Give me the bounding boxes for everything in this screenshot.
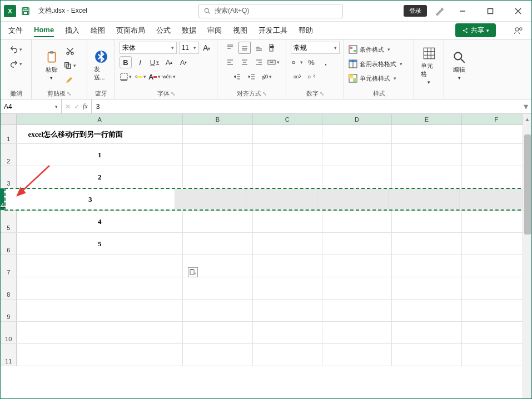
cell[interactable]: [253, 344, 322, 366]
decrease-decimal-icon[interactable]: .0: [305, 71, 317, 83]
cell[interactable]: [462, 125, 531, 143]
cell[interactable]: [462, 322, 531, 343]
row-header[interactable]: 9: [1, 300, 17, 321]
paste-button[interactable]: 粘贴▾: [42, 49, 61, 82]
cell[interactable]: [253, 322, 322, 343]
tab-page-layout[interactable]: 页面布局: [116, 23, 145, 38]
cell[interactable]: [253, 144, 322, 166]
scroll-up-icon[interactable]: ▲: [523, 114, 531, 122]
cell[interactable]: [322, 211, 392, 232]
percent-button[interactable]: %: [305, 56, 317, 68]
border-button[interactable]: [120, 71, 132, 83]
tab-view[interactable]: 视图: [233, 23, 247, 38]
col-header-F[interactable]: F: [462, 114, 531, 124]
row-header[interactable]: 5: [1, 211, 17, 232]
spreadsheet-grid[interactable]: A B C D E F 1excel怎么移动行到另一行前面21324354657…: [1, 114, 531, 398]
tab-file[interactable]: 文件: [8, 23, 23, 38]
search-input[interactable]: 搜索(Alt+Q): [198, 4, 343, 18]
cell[interactable]: [462, 255, 531, 277]
cell[interactable]: [389, 189, 460, 210]
row-header[interactable]: 6: [1, 233, 17, 255]
editing-button[interactable]: 编辑▾: [450, 49, 469, 82]
cell[interactable]: [392, 322, 461, 343]
row-header[interactable]: 3: [1, 166, 17, 188]
save-icon[interactable]: [21, 6, 31, 16]
cell[interactable]: [183, 322, 252, 343]
bluetooth-send-button[interactable]: 发送...: [92, 48, 111, 83]
phonetic-button[interactable]: wén: [163, 71, 175, 83]
cancel-icon[interactable]: ✕: [65, 103, 71, 111]
col-header-D[interactable]: D: [322, 114, 392, 124]
name-box[interactable]: A4▾: [1, 99, 62, 113]
scrollbar-thumb[interactable]: [524, 134, 531, 235]
row-header[interactable]: 1: [1, 125, 17, 143]
vertical-scrollbar[interactable]: ▲: [523, 114, 531, 398]
tab-insert[interactable]: 插入: [65, 23, 79, 38]
fx-icon[interactable]: fx: [83, 102, 88, 111]
share-button[interactable]: 共享▾: [455, 23, 496, 37]
increase-font2-icon[interactable]: A▴: [163, 56, 175, 68]
cell[interactable]: [17, 300, 183, 321]
comments-icon[interactable]: [514, 26, 524, 36]
col-header-B[interactable]: B: [183, 114, 252, 124]
cell[interactable]: [322, 255, 392, 277]
cell-styles-button[interactable]: 单元格样式: [349, 73, 396, 84]
conditional-format-button[interactable]: 条件格式: [349, 44, 390, 55]
cell[interactable]: [253, 125, 322, 143]
decrease-font-icon[interactable]: A▾: [177, 56, 190, 68]
col-header-A[interactable]: A: [17, 114, 183, 124]
format-painter-button[interactable]: [63, 74, 77, 86]
cell[interactable]: [253, 255, 322, 277]
cell[interactable]: [462, 144, 531, 166]
cell[interactable]: [317, 189, 389, 210]
bold-button[interactable]: B: [120, 56, 132, 68]
tab-help[interactable]: 帮助: [299, 23, 313, 38]
merge-button[interactable]: [267, 56, 280, 68]
cell[interactable]: [462, 233, 531, 255]
cell[interactable]: [253, 233, 322, 255]
cell[interactable]: [183, 144, 252, 166]
formula-input[interactable]: 3: [92, 99, 520, 113]
cell[interactable]: [253, 277, 322, 299]
increase-font-icon[interactable]: A▴: [201, 42, 212, 54]
cell[interactable]: [183, 344, 252, 366]
comma-button[interactable]: ,: [320, 56, 332, 68]
increase-decimal-icon[interactable]: .00: [291, 71, 303, 83]
cell[interactable]: [392, 144, 461, 166]
close-button[interactable]: [508, 3, 528, 19]
cell[interactable]: [322, 277, 392, 299]
cell[interactable]: [322, 322, 392, 343]
paste-options-icon[interactable]: +: [188, 267, 198, 277]
decrease-indent-icon[interactable]: [231, 71, 243, 83]
font-size-select[interactable]: 11▾: [179, 42, 199, 54]
tab-formulas[interactable]: 公式: [156, 23, 171, 38]
cell[interactable]: [183, 125, 252, 143]
cell[interactable]: [17, 255, 183, 277]
cell[interactable]: [17, 344, 183, 366]
align-left-icon[interactable]: [224, 56, 236, 68]
align-bottom-icon[interactable]: [253, 42, 265, 54]
align-right-icon[interactable]: [253, 56, 265, 68]
cell[interactable]: [392, 344, 461, 366]
fill-color-button[interactable]: [134, 71, 146, 83]
row-header[interactable]: 11: [1, 344, 17, 366]
redo-button[interactable]: [9, 58, 23, 69]
cell[interactable]: [392, 277, 461, 299]
cells-button[interactable]: 单元格▾: [419, 45, 439, 86]
cell[interactable]: [462, 344, 531, 366]
format-as-table-button[interactable]: 套用表格格式: [349, 58, 402, 69]
enter-icon[interactable]: ✓: [74, 103, 79, 111]
minimize-button[interactable]: [453, 3, 473, 19]
cell[interactable]: [183, 277, 252, 299]
col-header-E[interactable]: E: [392, 114, 461, 124]
cell[interactable]: [246, 189, 317, 210]
font-launcher-icon[interactable]: ⤡: [171, 91, 175, 97]
italic-button[interactable]: I: [134, 56, 146, 68]
cell[interactable]: [392, 233, 461, 255]
col-header-C[interactable]: C: [253, 114, 322, 124]
cell[interactable]: 2: [17, 166, 183, 188]
cell[interactable]: [322, 144, 392, 166]
cell[interactable]: [462, 277, 531, 299]
cell[interactable]: [392, 211, 461, 232]
font-color-button[interactable]: A: [148, 71, 161, 83]
